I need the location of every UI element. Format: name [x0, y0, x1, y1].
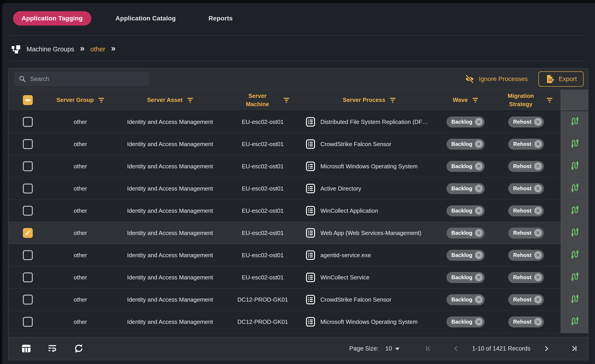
- wave-chip[interactable]: Backlog ✕: [446, 294, 485, 305]
- migration-strategy-chip[interactable]: Rehost ✕: [508, 294, 544, 305]
- tab-reports[interactable]: Reports: [200, 11, 241, 26]
- process-connection-icon[interactable]: [569, 227, 580, 238]
- chip-remove-icon[interactable]: ✕: [475, 140, 483, 148]
- wave-chip[interactable]: Backlog ✕: [446, 116, 485, 128]
- chip-remove-icon[interactable]: ✕: [534, 118, 542, 126]
- migration-strategy-chip[interactable]: Rehost ✕: [508, 183, 544, 194]
- migration-strategy-chip[interactable]: Rehost ✕: [508, 250, 544, 261]
- table-row[interactable]: other Identity and Access Management DC1…: [8, 311, 588, 333]
- table-row[interactable]: other Identity and Access Management EU-…: [8, 111, 588, 133]
- process-connection-icon[interactable]: [569, 116, 580, 127]
- migration-strategy-chip[interactable]: Rehost ✕: [508, 272, 544, 283]
- chip-remove-icon[interactable]: ✕: [475, 118, 483, 126]
- refresh-button[interactable]: [74, 344, 84, 353]
- cell-server-group: other: [47, 266, 113, 289]
- next-page-button[interactable]: [543, 345, 550, 352]
- table-row[interactable]: other Identity and Access Management EU-…: [8, 266, 588, 289]
- row-checkbox[interactable]: [23, 272, 33, 282]
- column-settings-button[interactable]: [21, 344, 31, 353]
- chip-remove-icon[interactable]: ✕: [534, 140, 542, 148]
- migration-strategy-chip[interactable]: Rehost ✕: [508, 139, 544, 150]
- chip-remove-icon[interactable]: ✕: [475, 318, 483, 326]
- row-checkbox[interactable]: [23, 317, 33, 327]
- chip-remove-icon[interactable]: ✕: [534, 318, 542, 326]
- filter-icon[interactable]: [98, 97, 104, 103]
- chip-remove-icon[interactable]: ✕: [534, 296, 542, 303]
- filter-icon[interactable]: [390, 97, 396, 103]
- process-connection-icon[interactable]: [569, 249, 580, 260]
- wave-chip[interactable]: Backlog ✕: [446, 205, 485, 216]
- table-row[interactable]: other Identity and Access Management EU-…: [8, 200, 588, 222]
- table-row[interactable]: other Identity and Access Management EU-…: [8, 133, 588, 155]
- migration-strategy-chip-label: Rehost: [513, 207, 531, 214]
- table-row[interactable]: other Identity and Access Management EU-…: [8, 244, 588, 266]
- chip-remove-icon[interactable]: ✕: [475, 163, 483, 170]
- chip-remove-icon[interactable]: ✕: [534, 207, 542, 214]
- wave-chip[interactable]: Backlog ✕: [446, 250, 485, 261]
- search-box[interactable]: [14, 72, 149, 86]
- ignore-processes-button[interactable]: Ignore Processes: [464, 74, 528, 84]
- table-row[interactable]: other Identity and Access Management DC1…: [8, 289, 588, 311]
- last-page-icon: [571, 345, 578, 352]
- wave-chip[interactable]: Backlog ✕: [446, 139, 485, 150]
- filter-icon[interactable]: [472, 97, 478, 103]
- chip-remove-icon[interactable]: ✕: [475, 296, 483, 303]
- eye-off-icon: [464, 74, 475, 84]
- search-input[interactable]: [30, 76, 144, 83]
- migration-strategy-chip[interactable]: Rehost ✕: [508, 205, 544, 216]
- page-size-select[interactable]: 10: [385, 345, 400, 352]
- chip-remove-icon[interactable]: ✕: [475, 229, 483, 237]
- wave-chip[interactable]: Backlog ✕: [446, 272, 485, 283]
- wave-chip[interactable]: Backlog ✕: [446, 183, 485, 194]
- row-checkbox[interactable]: [23, 184, 33, 193]
- chip-remove-icon[interactable]: ✕: [534, 274, 542, 281]
- process-connection-icon[interactable]: [569, 271, 580, 282]
- filter-icon[interactable]: [283, 97, 290, 103]
- process-connection-icon[interactable]: [569, 138, 580, 149]
- wave-chip[interactable]: Backlog ✕: [446, 228, 485, 239]
- process-connection-icon[interactable]: [569, 182, 580, 193]
- wave-chip[interactable]: Backlog ✕: [446, 316, 485, 328]
- migration-strategy-chip-label: Rehost: [513, 296, 531, 303]
- wave-chip[interactable]: Backlog ✕: [446, 161, 485, 172]
- chip-remove-icon[interactable]: ✕: [475, 251, 483, 259]
- table-row[interactable]: other Identity and Access Management EU-…: [8, 222, 588, 244]
- chip-remove-icon[interactable]: ✕: [534, 163, 542, 170]
- export-button[interactable]: Export: [538, 71, 584, 87]
- row-checkbox[interactable]: [23, 206, 33, 216]
- migration-strategy-chip[interactable]: Rehost ✕: [508, 316, 544, 328]
- row-checkbox[interactable]: [23, 139, 33, 149]
- tab-application-tagging[interactable]: Application Tagging: [13, 11, 91, 26]
- table-row[interactable]: other Identity and Access Management EU-…: [8, 178, 588, 200]
- migration-strategy-chip[interactable]: Rehost ✕: [508, 116, 544, 128]
- process-connection-icon[interactable]: [569, 293, 580, 304]
- table-row[interactable]: other Identity and Access Management EU-…: [8, 155, 588, 178]
- migration-strategy-chip[interactable]: Rehost ✕: [508, 228, 544, 239]
- row-checkbox[interactable]: [23, 295, 33, 305]
- tab-application-catalog[interactable]: Application Catalog: [107, 11, 184, 26]
- chip-remove-icon[interactable]: ✕: [534, 229, 542, 237]
- previous-page-button[interactable]: [452, 345, 460, 352]
- chip-remove-icon[interactable]: ✕: [534, 251, 542, 259]
- filter-icon[interactable]: [187, 97, 193, 103]
- filter-icon[interactable]: [546, 97, 552, 103]
- row-checkbox[interactable]: [23, 228, 33, 238]
- chip-remove-icon[interactable]: ✕: [475, 185, 483, 192]
- process-connection-icon[interactable]: [569, 316, 580, 327]
- chip-remove-icon[interactable]: ✕: [475, 274, 483, 281]
- wave-chip-label: Backlog: [451, 141, 472, 147]
- row-checkbox[interactable]: [23, 117, 33, 127]
- breadcrumb-root[interactable]: Machine Groups: [27, 46, 74, 53]
- process-connection-icon[interactable]: [569, 160, 580, 171]
- process-connection-icon[interactable]: [569, 205, 580, 215]
- wrap-text-button[interactable]: [48, 344, 57, 353]
- migration-strategy-chip[interactable]: Rehost ✕: [508, 161, 544, 172]
- breadcrumb-current[interactable]: other: [90, 46, 105, 53]
- select-all-checkbox[interactable]: [23, 95, 33, 105]
- chip-remove-icon[interactable]: ✕: [475, 207, 483, 214]
- chip-remove-icon[interactable]: ✕: [534, 185, 542, 192]
- last-page-button[interactable]: [571, 345, 578, 352]
- first-page-button[interactable]: [424, 345, 432, 352]
- row-checkbox[interactable]: [23, 250, 33, 260]
- row-checkbox[interactable]: [23, 161, 33, 171]
